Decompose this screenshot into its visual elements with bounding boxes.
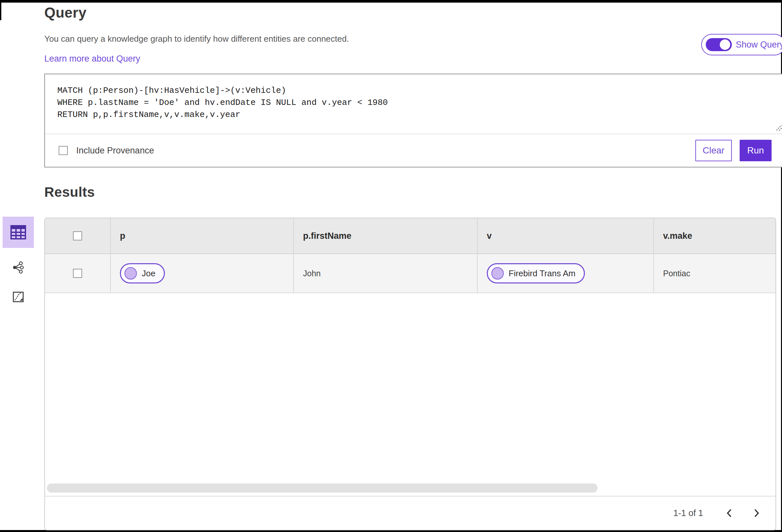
results-table: p p.firstName v v.make Joe	[44, 218, 776, 530]
map-view-button[interactable]	[3, 287, 34, 307]
query-editor-input[interactable]: MATCH (p:Person)-[hv:HasVehicle]->(v:Veh…	[45, 74, 782, 134]
entity-pill-label: Joe	[142, 269, 155, 279]
row-checkbox-cell	[45, 254, 111, 292]
column-header-label: v	[487, 231, 492, 241]
pagination-range: 1-1 of 1	[673, 508, 703, 518]
toggle-switch-icon[interactable]	[706, 38, 732, 51]
graph-view-button[interactable]	[3, 258, 34, 277]
clear-button[interactable]: Clear	[695, 140, 732, 161]
include-provenance-label: Include Provenance	[76, 146, 154, 156]
query-panel: MATCH (p:Person)-[hv:HasVehicle]->(v:Veh…	[44, 74, 782, 168]
header-checkbox-cell	[45, 218, 111, 253]
cell-v-make: Pontiac	[654, 254, 776, 292]
table-header-row: p p.firstName v v.make	[45, 218, 776, 254]
chevron-right-icon	[753, 508, 760, 518]
table-view-button[interactable]	[3, 217, 34, 248]
column-header-p-firstname: p.firstName	[294, 218, 478, 253]
query-footer: Include Provenance Clear Run	[45, 134, 782, 167]
row-checkbox[interactable]	[73, 269, 82, 278]
results-title: Results	[44, 184, 782, 200]
toggle-knob	[720, 39, 730, 50]
cell-p: Joe	[111, 254, 294, 292]
column-header-v-make: v.make	[654, 218, 776, 253]
page-title: Query	[44, 5, 782, 21]
map-view-icon	[13, 292, 24, 302]
view-switcher	[3, 217, 34, 307]
entity-node-icon	[491, 267, 504, 280]
show-query-label: Show Query	[736, 40, 782, 50]
column-header-v: v	[478, 218, 654, 253]
window-border-top	[0, 0, 782, 3]
include-provenance-checkbox[interactable]	[59, 146, 68, 155]
page-description: You can query a knowledge graph to ident…	[44, 34, 782, 44]
horizontal-scrollbar[interactable]	[45, 481, 776, 496]
entity-pill-vehicle[interactable]: Firebird Trans Am	[487, 263, 585, 283]
cell-value: Pontiac	[663, 269, 690, 278]
column-header-label: v.make	[663, 231, 692, 241]
entity-pill-person[interactable]: Joe	[120, 263, 165, 283]
table-row: Joe John Firebird Trans Am Pontiac	[45, 254, 776, 293]
column-header-label: p.firstName	[303, 231, 352, 241]
table-view-icon	[10, 225, 26, 240]
table-footer: 1-1 of 1	[45, 496, 776, 530]
table-empty-area	[45, 293, 776, 481]
entity-node-icon	[125, 267, 137, 280]
column-header-label: p	[120, 231, 126, 241]
window-border-left	[0, 0, 1, 20]
cell-p-firstname: John	[294, 254, 478, 292]
show-query-toggle[interactable]: Show Query	[701, 34, 782, 56]
next-page-button[interactable]	[749, 506, 764, 520]
cell-v: Firebird Trans Am	[478, 254, 654, 292]
main-content: Query You can query a knowledge graph to…	[44, 3, 782, 200]
prev-page-button[interactable]	[722, 506, 736, 520]
graph-view-icon	[13, 261, 24, 274]
learn-more-link[interactable]: Learn more about Query	[44, 54, 140, 64]
chevron-left-icon	[726, 508, 733, 518]
run-button[interactable]: Run	[740, 140, 772, 161]
select-all-checkbox[interactable]	[73, 231, 82, 240]
scrollbar-thumb[interactable]	[47, 484, 598, 493]
entity-pill-label: Firebird Trans Am	[509, 269, 575, 279]
column-header-p: p	[111, 218, 294, 253]
cell-value: John	[303, 269, 321, 278]
